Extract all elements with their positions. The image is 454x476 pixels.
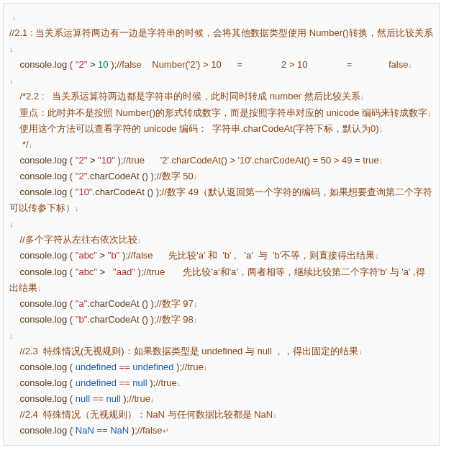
- arrow-icon: ↓: [358, 347, 363, 356]
- paren: );: [129, 425, 137, 436]
- operator: >: [97, 266, 113, 277]
- comment-line: //2.3 特殊情况(无视规则)：如果数据类型是 undefined 与 nul…: [9, 343, 433, 359]
- comment-text: //2.4 特殊情况（无视规则）：NaN 与任何数据比较都是 NaN: [19, 409, 273, 420]
- paren: (: [67, 314, 76, 325]
- paren: () );: [140, 298, 157, 309]
- arrow-icon: ↓: [408, 60, 412, 69]
- string-literal: "2": [76, 59, 87, 70]
- arrow-icon: ↓: [194, 300, 198, 308]
- string-literal: "abc": [76, 250, 97, 261]
- keyword-nan: NaN: [110, 425, 129, 436]
- comment-text: //false: [137, 425, 163, 436]
- number-literal: 10: [98, 59, 108, 70]
- comment-line: 使用这个方法可以查看字符的 unicode 编码： 字符串.charCodeAt…: [9, 121, 433, 137]
- method: charCodeAt: [90, 314, 140, 325]
- operator: ==: [117, 377, 132, 388]
- operator: >: [87, 155, 98, 166]
- arrow-icon: ↓: [427, 109, 432, 117]
- paren: );: [135, 266, 144, 277]
- paren: (: [67, 377, 76, 388]
- console-log: console.log: [19, 377, 67, 388]
- arrow-icon: ↓: [273, 410, 277, 419]
- comment-text: //true: [129, 393, 150, 404]
- paren: );: [121, 393, 130, 404]
- paren: (: [67, 298, 76, 309]
- comment-line: //2.4 特殊情况（无视规则）：NaN 与任何数据比较都是 NaN↓: [9, 407, 433, 423]
- comment-line: //2.1 : 当关系运算符两边有一边是字符串的时候，会将其他数据类型使用 Nu…: [9, 25, 433, 57]
- operator: ==: [117, 362, 132, 372]
- code-line: console.log ( "abc" > "b" );//false 先比较'…: [9, 248, 433, 264]
- console-log: console.log: [19, 59, 67, 70]
- code-line: console.log ( undefined == undefined );/…: [9, 359, 433, 375]
- keyword-undefined: undefined: [132, 362, 173, 372]
- paren: (: [67, 266, 76, 277]
- string-literal: "2": [76, 171, 87, 181]
- comment-text: //数字 97: [156, 298, 193, 309]
- code-line: console.log ( "b".charCodeAt () );//数字 9…: [9, 312, 433, 328]
- comment-text: //数字 50: [156, 171, 193, 181]
- paren: (: [67, 187, 76, 197]
- paren: (: [67, 155, 76, 166]
- comment-text: //2.1 : 当关系运算符两边有一边是字符串的时候，会将其他数据类型使用 Nu…: [9, 27, 433, 38]
- string-literal: "2": [76, 155, 87, 166]
- comment-text: //true: [155, 377, 177, 388]
- arrow-icon: ↓: [12, 13, 17, 22]
- keyword-nan: NaN: [76, 425, 94, 436]
- arrow-icon: ↓: [9, 45, 14, 53]
- code-line: console.log ( null == null );//true↓: [9, 391, 433, 407]
- console-log: console.log: [19, 171, 67, 181]
- method: charCodeAt: [90, 298, 140, 309]
- arrow-icon: ↓: [194, 315, 198, 324]
- keyword-null: null: [132, 377, 147, 388]
- arrow-icon: ↓: [137, 235, 142, 244]
- arrow-icon: ↓: [177, 379, 181, 387]
- arrow-icon: ↓: [379, 156, 383, 165]
- string-literal: "a": [76, 298, 87, 309]
- method: charCodeAt: [95, 187, 145, 197]
- comment-text: 重点：此时并不是按照 Number()的形式转成数字，而是按照字符串对应的 un…: [19, 107, 427, 118]
- paren: (: [67, 59, 76, 70]
- console-log: console.log: [19, 250, 67, 261]
- comment-line: //多个字符从左往右依次比较↓: [9, 232, 433, 248]
- paren: );: [173, 362, 182, 372]
- string-literal: "10": [98, 155, 115, 166]
- paren: );: [109, 59, 117, 70]
- paren: (: [67, 250, 76, 261]
- comment-text: 使用这个方法可以查看字符的 unicode 编码： 字符串.charCodeAt…: [19, 123, 378, 134]
- comment-line: */↓: [9, 137, 433, 153]
- string-literal: "b": [108, 250, 119, 261]
- comment-text: //多个字符从左往右依次比较: [19, 234, 137, 245]
- console-log: console.log: [19, 425, 67, 436]
- blank-line: ↓: [9, 216, 433, 232]
- arrow-icon: ↓: [37, 284, 42, 292]
- paren: () );: [140, 314, 157, 325]
- method: charCodeAt: [90, 171, 140, 181]
- arrow-icon: ↓: [9, 76, 14, 85]
- console-log: console.log: [19, 393, 67, 404]
- comment-text: //true '2'.charCodeAt() > '10'.charCodeA…: [123, 155, 378, 166]
- console-log: console.log: [19, 155, 67, 166]
- paren: (: [67, 393, 76, 404]
- string-literal: "b": [76, 314, 87, 325]
- keyword-undefined: undefined: [76, 362, 117, 372]
- comment-text: //2.3 特殊情况(无视规则)：如果数据类型是 undefined 与 nul…: [19, 346, 358, 356]
- code-line: console.log ( "a".charCodeAt () );//数字 9…: [9, 296, 433, 312]
- paren: (: [67, 171, 76, 181]
- console-log: console.log: [19, 187, 67, 197]
- keyword-null: null: [106, 393, 120, 404]
- code-line: console.log ( "2".charCodeAt () );//数字 5…: [9, 169, 433, 184]
- blank-line: ↓: [9, 328, 433, 343]
- console-log: console.log: [19, 266, 67, 277]
- operator: ==: [90, 393, 106, 404]
- code-block: ↓ //2.1 : 当关系运算符两边有一边是字符串的时候，会将其他数据类型使用 …: [3, 3, 440, 446]
- console-log: console.log: [19, 298, 67, 309]
- code-line: console.log ( "abc" > "aad" );//true 先比较…: [9, 264, 433, 296]
- arrow-icon: ↓: [379, 125, 383, 133]
- arrow-icon: ↓: [204, 363, 208, 372]
- arrow-icon: ↓: [9, 220, 14, 228]
- blank-line: ↓: [9, 73, 433, 89]
- operator: >: [97, 250, 108, 261]
- console-log: console.log: [19, 362, 67, 372]
- comment-text: */: [22, 139, 29, 150]
- paren: );: [147, 377, 156, 388]
